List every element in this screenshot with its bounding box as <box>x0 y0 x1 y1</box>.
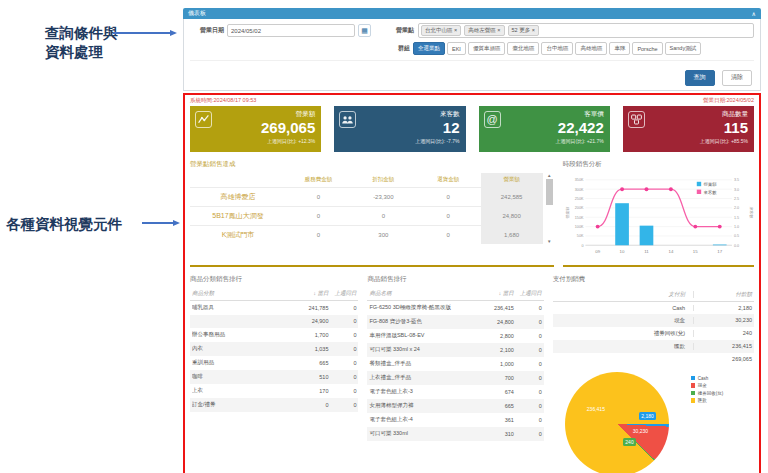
list-item[interactable]: 車用伴溫毯SBL-08-EV2,8000 <box>367 329 543 343</box>
store-tag[interactable]: 高雄左營區 × <box>464 25 504 36</box>
store-name-link[interactable]: 5B17鳳山大潤發 <box>190 211 286 221</box>
table-scrollbar[interactable]: ▲ ▼ <box>545 173 554 244</box>
kpi-value: 269,065 <box>196 119 315 137</box>
list-item[interactable]: 上衣禮盒_伴手品7000 <box>367 371 543 385</box>
legend-swatch <box>691 398 696 403</box>
list-item[interactable]: 重訓用品6650 <box>190 356 358 370</box>
product-name: 電子套色組上衣-3 <box>369 388 477 395</box>
list-item[interactable]: 哺乳器具241,7850 <box>190 301 358 315</box>
scrollbar-thumb[interactable] <box>546 179 553 205</box>
group-button[interactable]: 台中地區 <box>541 42 573 55</box>
lastweek-value: 0 <box>328 402 356 408</box>
lastweek-value: 0 <box>328 332 356 338</box>
list-item[interactable]: 女用薄棉型彈力褲6650 <box>367 399 543 413</box>
lastweek-value: 0 <box>514 333 542 339</box>
list-item[interactable]: 訂金/禮券00 <box>190 398 358 412</box>
time-sales-chart[interactable]: 350K300K250K200K150K100K50K03.53.02.52.0… <box>563 173 754 257</box>
clear-button[interactable]: 清除 <box>722 70 752 86</box>
scroll-up-icon[interactable]: ▲ <box>547 173 551 178</box>
people-icon <box>339 111 356 128</box>
group-button[interactable]: 優質車旅區 <box>468 42 506 55</box>
group-button[interactable]: 高雄地區 <box>575 42 607 55</box>
category-name: 哺乳器具 <box>192 304 292 311</box>
date-input[interactable] <box>227 24 355 37</box>
kpi-card-item-count[interactable]: 商品數量 115 上週同日(比): +85.5% <box>623 106 754 152</box>
system-time: 系統時間:2024/08/17 09:53 <box>190 97 256 104</box>
legend-item[interactable]: 匯款 <box>691 398 724 403</box>
svg-text:09: 09 <box>595 249 600 254</box>
group-label: 群組 <box>386 44 410 53</box>
search-button[interactable]: 查詢 <box>685 70 715 86</box>
kpi-card-revenue[interactable]: 營業額 269,065 上週同日(比): +12.3% <box>190 106 321 152</box>
col-category: 商品分類 <box>192 290 292 297</box>
legend-item[interactable]: Cash <box>691 376 724 381</box>
payment-name: 匯款 <box>555 343 694 350</box>
table-row[interactable]: 匯款236,415 <box>553 340 754 353</box>
list-item[interactable]: 可口可樂 330ml3100 <box>367 427 543 441</box>
table-row[interactable]: Cash2,180 <box>553 302 754 314</box>
group-button[interactable]: 臺北地區 <box>507 42 539 55</box>
category-ranking-title: 商品分類銷售排行 <box>190 275 358 284</box>
list-item[interactable]: 餐類禮盒_伴手品1,0000 <box>367 357 543 371</box>
legend-item[interactable]: 現金 <box>691 383 724 388</box>
table-row[interactable]: 5B17鳳山大潤發 0 0 0 24,800 <box>190 206 543 225</box>
table-row[interactable]: K測試門市 0 300 0 1,680 <box>190 225 543 244</box>
cell-value: 1,680 <box>481 226 543 244</box>
table-row[interactable]: 高雄博愛店 0 -23,300 0 242,585 <box>190 187 543 206</box>
list-item[interactable]: 電子套色組上衣-36740 <box>367 385 543 399</box>
category-name: 辦公事務用品 <box>192 331 292 338</box>
col-today-sort[interactable]: ↓ 當日 <box>478 290 514 297</box>
table-row[interactable]: 禮券回收(兌)240 <box>553 327 754 340</box>
payment-list: Cash2,180 現金30,230 禮券回收(兌)240 匯款236,415 <box>553 302 754 353</box>
group-button[interactable]: Porsche <box>632 42 662 55</box>
at-icon: @ <box>484 111 501 128</box>
collapse-icon[interactable]: ∧ <box>752 10 756 17</box>
table-row[interactable]: 現金30,230 <box>553 314 754 327</box>
lastweek-value: 0 <box>328 305 356 311</box>
col-lastweek[interactable]: 上週同日 <box>328 290 356 297</box>
list-item[interactable]: 內衣1,0350 <box>190 342 358 356</box>
group-button[interactable]: EKI <box>447 42 466 55</box>
list-item[interactable]: 咖啡5100 <box>190 370 358 384</box>
store-tag-more[interactable]: 52 更多 × <box>508 25 539 36</box>
lastweek-value: 0 <box>328 388 356 394</box>
list-item[interactable]: 辦公事務用品1,7000 <box>190 328 358 342</box>
legend-item[interactable]: 禮券回收(兌) <box>691 391 724 396</box>
payment-pie-chart[interactable] <box>565 372 669 473</box>
col-today-sort[interactable]: ↓ 當日 <box>292 290 328 297</box>
today-value: 2,800 <box>478 333 514 339</box>
kpi-value: 12 <box>340 119 459 137</box>
payment-header: 支付別 付款額 <box>553 288 754 302</box>
kpi-card-avg-ticket[interactable]: @ 客單價 22,422 上週同日(比): +21.7% <box>479 106 610 152</box>
today-value: 2,100 <box>478 347 514 353</box>
store-name-link[interactable]: 高雄博愛店 <box>190 192 286 202</box>
list-item[interactable]: 上衣1700 <box>190 384 358 398</box>
scroll-down-icon[interactable]: ▼ <box>547 239 551 244</box>
annotation-query-line2: 資料處理 <box>45 43 118 62</box>
screenshot-canvas: 查詢條件與 資料處理 各種資料視覺元件 儀表板 ∧ 營業日期 ▦ 營業點 台北中… <box>0 0 768 473</box>
store-tag[interactable]: 台北中山區 × <box>421 25 461 36</box>
lastweek-value: 0 <box>328 374 356 380</box>
store-name-link[interactable]: K測試門市 <box>190 230 286 240</box>
svg-text:300K: 300K <box>574 187 583 191</box>
category-name: 重訓用品 <box>192 359 292 366</box>
group-button[interactable]: 車隊 <box>609 42 630 55</box>
store-tag-input[interactable]: 台北中山區 × 高雄左營區 × 52 更多 × <box>418 23 754 38</box>
kpi-card-customers[interactable]: 來客數 12 上週同日(比): -7.7% <box>334 106 465 152</box>
product-ranking-title: 商品銷售排行 <box>367 275 543 284</box>
cell-value: -23,300 <box>351 194 416 200</box>
product-ranking-panel: 商品銷售排行 商品名稱 ↓ 當日 上週同日 FG-6250 3D極緻按摩椅-酷黑… <box>367 275 543 441</box>
list-item[interactable]: 電子套色組上衣-43610 <box>367 413 543 427</box>
lastweek-value: 0 <box>514 361 542 367</box>
cell-value: 0 <box>286 213 351 219</box>
group-button-all[interactable]: 全選業點 <box>413 42 445 55</box>
group-button[interactable]: Sandy測試 <box>665 42 702 55</box>
list-item[interactable]: 可口可樂 330ml x 242,1000 <box>367 343 543 357</box>
list-item[interactable]: FG-808 寶沙發3-藍色24,8000 <box>367 315 543 329</box>
svg-text:2.5: 2.5 <box>734 197 739 201</box>
svg-text:17: 17 <box>717 249 722 254</box>
list-item[interactable]: FG-6250 3D極緻按摩椅-酷黑改版236,4150 <box>367 301 543 315</box>
list-item[interactable]: 24,9000 <box>190 315 358 328</box>
calendar-icon[interactable]: ▦ <box>358 24 371 37</box>
col-lastweek[interactable]: 上週同日 <box>514 290 542 297</box>
